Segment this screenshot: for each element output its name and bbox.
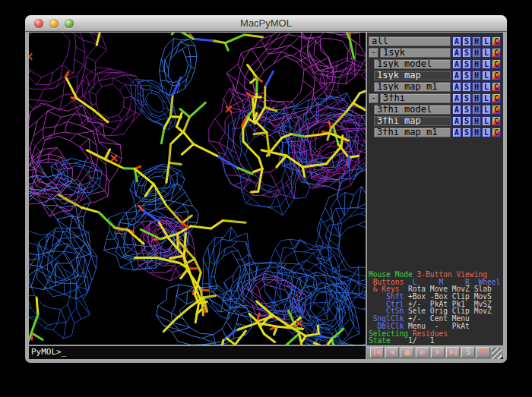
minimize-button[interactable] (49, 19, 59, 28)
l-button-1syk_map[interactable]: L (482, 71, 491, 80)
action-buttons-3fhi_map: ASHLC (452, 116, 501, 126)
c-button-3fhi_map[interactable]: C (492, 116, 501, 126)
s-button-3fhi_map[interactable]: S (462, 116, 471, 126)
object-name-1syk_model[interactable]: 1syk_model (374, 59, 451, 69)
stop-button[interactable] (401, 347, 414, 358)
l-button-3fhi_model[interactable]: L (482, 105, 491, 115)
skip-to-end-button[interactable] (446, 347, 460, 358)
action-buttons-3fhi_model: ASHLC (452, 105, 501, 115)
object-name-3fhi_model[interactable]: 3fhi_model (374, 105, 451, 115)
step-forward-button[interactable] (431, 347, 445, 358)
object-row-1syk_map: 1syk_mapASHLC (369, 71, 501, 80)
left-triangle-icon (376, 349, 381, 355)
play-button[interactable] (416, 347, 429, 358)
window-content: PyMOL>_ allASHLC-1sykASHLC1syk_modelASHL… (29, 33, 503, 359)
object-name-3fhi_map_m1[interactable]: 3fhi_map_m1 (374, 128, 451, 137)
bar-icon (455, 349, 457, 355)
object-row-3fhi_map_m1: 3fhi_map_m1ASHLC (369, 128, 501, 137)
s-button-3fhi_model[interactable]: S (462, 105, 471, 115)
movie-control-strip: S (366, 345, 503, 359)
object-name-1syk[interactable]: 1syk (380, 48, 451, 58)
action-buttons-1syk: ASHLC (452, 48, 501, 58)
h-button-1syk_map[interactable]: H (472, 71, 481, 80)
s-button-1syk_model[interactable]: S (462, 59, 471, 69)
a-button-1syk_map_m1[interactable]: A (452, 82, 461, 92)
l-button-3fhi[interactable]: L (482, 93, 491, 103)
s-button-3fhi[interactable]: S (462, 93, 471, 103)
s-button-1syk_map[interactable]: S (462, 71, 471, 80)
right-arrow-icon (436, 350, 440, 354)
action-buttons-1syk_map_m1: ASHLC (452, 82, 501, 92)
scene-button[interactable]: S (461, 347, 475, 358)
step-back-button[interactable] (385, 347, 399, 358)
mouse-mode-panel: Mouse Mode 3-Button Viewing Buttons L M … (369, 271, 500, 345)
l-button-1syk_model[interactable]: L (482, 59, 491, 69)
h-button-1syk_model[interactable]: H (472, 59, 481, 69)
a-button-3fhi_model[interactable]: A (452, 105, 461, 115)
close-button[interactable] (34, 19, 43, 28)
molecule-viewport[interactable] (29, 33, 366, 345)
window-title: MacPyMOL (25, 15, 507, 32)
object-name-1syk_map_m1[interactable]: 1syk_map_m1 (374, 82, 451, 92)
titlebar[interactable]: MacPyMOL (25, 15, 507, 32)
l-button-3fhi_map[interactable]: L (482, 116, 491, 126)
s-button-3fhi_map_m1[interactable]: S (462, 128, 471, 137)
command-line[interactable]: PyMOL>_ (29, 345, 366, 359)
a-button-3fhi_map[interactable]: A (452, 116, 461, 126)
collapse-toggle-1syk[interactable]: - (369, 48, 378, 58)
down-triangle-icon (480, 350, 487, 354)
c-button-1syk[interactable]: C (492, 48, 501, 58)
c-button-3fhi_map_m1[interactable]: C (492, 128, 501, 137)
l-button-1syk[interactable]: L (482, 48, 491, 58)
c-button-3fhi[interactable]: C (492, 93, 501, 103)
c-button-all[interactable]: C (492, 36, 501, 46)
h-button-3fhi_model[interactable]: H (472, 105, 481, 115)
c-button-1syk_map_m1[interactable]: C (492, 82, 501, 92)
a-button-1syk_model[interactable]: A (452, 59, 461, 69)
a-button-1syk[interactable]: A (452, 48, 461, 58)
object-row-3fhi: -3fhiASHLC (369, 93, 501, 103)
legend-text: State (369, 336, 391, 345)
l-button-3fhi_map_m1[interactable]: L (482, 128, 491, 137)
left-triangle-icon (390, 349, 394, 355)
h-button-1syk_map_m1[interactable]: H (472, 82, 481, 92)
h-button-3fhi[interactable]: H (472, 93, 481, 103)
screen: MacPyMOL PyMOL>_ allASHLC-1sykASHLC1syk_… (0, 0, 532, 397)
object-row-3fhi_map: 3fhi_mapASHLC (369, 116, 501, 126)
l-button-all[interactable]: L (482, 36, 491, 46)
a-button-all[interactable]: A (452, 36, 461, 46)
zoom-button[interactable] (65, 19, 74, 28)
bar-icon (374, 349, 375, 355)
mouse-panel-line-9[interactable]: State 1/ 1 (369, 337, 500, 345)
a-button-1syk_map[interactable]: A (452, 71, 461, 80)
object-name-3fhi_map[interactable]: 3fhi_map (374, 116, 451, 126)
c-button-3fhi_model[interactable]: C (492, 105, 501, 115)
s-button-1syk[interactable]: S (462, 48, 471, 58)
h-button-all[interactable]: H (472, 36, 481, 46)
text-cursor: _ (62, 347, 67, 357)
c-button-1syk_model[interactable]: C (492, 59, 501, 69)
object-name-all[interactable]: all (369, 36, 451, 46)
object-name-3fhi[interactable]: 3fhi (380, 93, 451, 103)
skip-to-start-button[interactable] (370, 347, 384, 358)
object-name-1syk_map[interactable]: 1syk_map (374, 71, 451, 80)
object-row-all: allASHLC (369, 36, 501, 46)
action-buttons-all: ASHLC (452, 36, 501, 46)
a-button-3fhi_map_m1[interactable]: A (452, 128, 461, 137)
s-button-all[interactable]: S (462, 36, 471, 46)
macpymol-window: MacPyMOL PyMOL>_ allASHLC-1sykASHLC1syk_… (25, 15, 507, 363)
collapse-toggle-3fhi[interactable]: - (369, 93, 378, 103)
menu-button[interactable] (477, 347, 490, 358)
h-button-3fhi_map_m1[interactable]: H (472, 128, 481, 137)
h-button-1syk[interactable]: H (472, 48, 481, 58)
h-button-3fhi_map[interactable]: H (472, 116, 481, 126)
scene-label: S (466, 348, 470, 357)
c-button-1syk_map[interactable]: C (492, 71, 501, 80)
resize-grip-icon[interactable] (492, 348, 502, 359)
s-button-1syk_map_m1[interactable]: S (462, 82, 471, 92)
object-list: allASHLC-1sykASHLC1syk_modelASHLC1syk_ma… (367, 33, 503, 137)
legend-text: 1/ 1 (391, 336, 435, 345)
a-button-3fhi[interactable]: A (452, 93, 461, 103)
l-button-1syk_map_m1[interactable]: L (482, 82, 491, 92)
right-triangle-icon (420, 349, 425, 355)
